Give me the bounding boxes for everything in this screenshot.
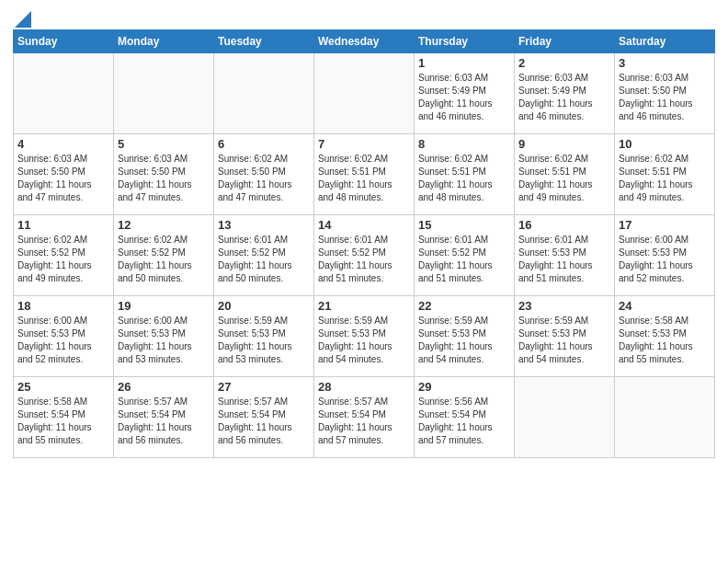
calendar-cell: 4Sunrise: 6:03 AM Sunset: 5:50 PM Daylig… [14,134,114,215]
day-info: Sunrise: 6:01 AM Sunset: 5:52 PM Dayligh… [318,234,410,285]
logo [13,13,31,26]
calendar-cell [14,53,114,134]
day-number: 11 [17,218,109,232]
calendar-cell: 5Sunrise: 6:03 AM Sunset: 5:50 PM Daylig… [114,134,214,215]
day-number: 12 [118,218,210,232]
header [13,9,715,26]
calendar-cell: 3Sunrise: 6:03 AM Sunset: 5:50 PM Daylig… [615,53,715,134]
day-info: Sunrise: 6:03 AM Sunset: 5:49 PM Dayligh… [418,72,510,123]
calendar-cell: 12Sunrise: 6:02 AM Sunset: 5:52 PM Dayli… [114,215,214,296]
calendar-header-thursday: Thursday [415,30,515,53]
calendar-cell: 13Sunrise: 6:01 AM Sunset: 5:52 PM Dayli… [214,215,314,296]
day-info: Sunrise: 6:00 AM Sunset: 5:53 PM Dayligh… [619,234,711,285]
calendar-header-saturday: Saturday [615,30,715,53]
calendar-header-sunday: Sunday [14,30,114,53]
calendar-table: SundayMondayTuesdayWednesdayThursdayFrid… [13,29,715,458]
calendar-week-1: 4Sunrise: 6:03 AM Sunset: 5:50 PM Daylig… [14,134,715,215]
day-number: 25 [17,380,109,394]
calendar-cell: 25Sunrise: 5:58 AM Sunset: 5:54 PM Dayli… [14,377,114,458]
day-number: 22 [418,299,510,313]
day-info: Sunrise: 6:03 AM Sunset: 5:50 PM Dayligh… [118,153,210,204]
day-info: Sunrise: 6:02 AM Sunset: 5:51 PM Dayligh… [418,153,510,204]
calendar-cell: 23Sunrise: 5:59 AM Sunset: 5:53 PM Dayli… [515,296,615,377]
day-number: 2 [518,56,610,70]
calendar-header-row: SundayMondayTuesdayWednesdayThursdayFrid… [14,30,715,53]
calendar-cell: 27Sunrise: 5:57 AM Sunset: 5:54 PM Dayli… [214,377,314,458]
calendar-cell: 10Sunrise: 6:02 AM Sunset: 5:51 PM Dayli… [615,134,715,215]
day-info: Sunrise: 6:01 AM Sunset: 5:52 PM Dayligh… [418,234,510,285]
calendar-cell: 18Sunrise: 6:00 AM Sunset: 5:53 PM Dayli… [14,296,114,377]
day-number: 27 [218,380,310,394]
day-number: 29 [418,380,510,394]
day-info: Sunrise: 5:59 AM Sunset: 5:53 PM Dayligh… [218,315,310,366]
day-number: 24 [619,299,711,313]
day-info: Sunrise: 5:59 AM Sunset: 5:53 PM Dayligh… [318,315,410,366]
calendar-cell: 8Sunrise: 6:02 AM Sunset: 5:51 PM Daylig… [415,134,515,215]
calendar-cell: 19Sunrise: 6:00 AM Sunset: 5:53 PM Dayli… [114,296,214,377]
svg-marker-0 [15,11,31,28]
day-number: 21 [318,299,410,313]
calendar-header-tuesday: Tuesday [214,30,314,53]
calendar-cell: 24Sunrise: 5:58 AM Sunset: 5:53 PM Dayli… [615,296,715,377]
calendar-cell [214,53,314,134]
day-info: Sunrise: 5:58 AM Sunset: 5:53 PM Dayligh… [619,315,711,366]
day-info: Sunrise: 5:59 AM Sunset: 5:53 PM Dayligh… [418,315,510,366]
logo-icon [15,11,31,28]
calendar-cell [114,53,214,134]
day-info: Sunrise: 5:57 AM Sunset: 5:54 PM Dayligh… [318,396,410,447]
calendar-cell: 2Sunrise: 6:03 AM Sunset: 5:49 PM Daylig… [515,53,615,134]
calendar-cell: 21Sunrise: 5:59 AM Sunset: 5:53 PM Dayli… [314,296,415,377]
day-number: 8 [418,137,510,151]
day-info: Sunrise: 6:02 AM Sunset: 5:52 PM Dayligh… [17,234,109,285]
calendar-cell [615,377,715,458]
day-info: Sunrise: 5:58 AM Sunset: 5:54 PM Dayligh… [17,396,109,447]
day-number: 10 [619,137,711,151]
day-number: 7 [318,137,410,151]
day-number: 18 [17,299,109,313]
calendar-cell: 29Sunrise: 5:56 AM Sunset: 5:54 PM Dayli… [415,377,515,458]
day-number: 1 [418,56,510,70]
calendar-cell: 28Sunrise: 5:57 AM Sunset: 5:54 PM Dayli… [314,377,415,458]
calendar-cell: 26Sunrise: 5:57 AM Sunset: 5:54 PM Dayli… [114,377,214,458]
calendar-cell [314,53,415,134]
day-number: 6 [218,137,310,151]
day-info: Sunrise: 6:02 AM Sunset: 5:50 PM Dayligh… [218,153,310,204]
calendar-week-3: 18Sunrise: 6:00 AM Sunset: 5:53 PM Dayli… [14,296,715,377]
day-info: Sunrise: 6:01 AM Sunset: 5:52 PM Dayligh… [218,234,310,285]
day-number: 4 [17,137,109,151]
day-number: 28 [318,380,410,394]
day-number: 3 [619,56,711,70]
day-info: Sunrise: 6:02 AM Sunset: 5:52 PM Dayligh… [118,234,210,285]
calendar-week-0: 1Sunrise: 6:03 AM Sunset: 5:49 PM Daylig… [14,53,715,134]
calendar-cell: 17Sunrise: 6:00 AM Sunset: 5:53 PM Dayli… [615,215,715,296]
page-container: SundayMondayTuesdayWednesdayThursdayFrid… [0,0,728,467]
day-number: 26 [118,380,210,394]
calendar-cell: 11Sunrise: 6:02 AM Sunset: 5:52 PM Dayli… [14,215,114,296]
day-number: 23 [518,299,610,313]
calendar-cell: 1Sunrise: 6:03 AM Sunset: 5:49 PM Daylig… [415,53,515,134]
day-number: 16 [518,218,610,232]
calendar-header-monday: Monday [114,30,214,53]
calendar-cell: 20Sunrise: 5:59 AM Sunset: 5:53 PM Dayli… [214,296,314,377]
day-number: 9 [518,137,610,151]
day-number: 14 [318,218,410,232]
calendar-header-friday: Friday [515,30,615,53]
day-number: 13 [218,218,310,232]
day-info: Sunrise: 6:03 AM Sunset: 5:50 PM Dayligh… [17,153,109,204]
calendar-cell: 15Sunrise: 6:01 AM Sunset: 5:52 PM Dayli… [415,215,515,296]
day-info: Sunrise: 6:02 AM Sunset: 5:51 PM Dayligh… [318,153,410,204]
day-info: Sunrise: 5:57 AM Sunset: 5:54 PM Dayligh… [218,396,310,447]
day-info: Sunrise: 5:59 AM Sunset: 5:53 PM Dayligh… [518,315,610,366]
day-info: Sunrise: 5:57 AM Sunset: 5:54 PM Dayligh… [118,396,210,447]
day-info: Sunrise: 6:03 AM Sunset: 5:49 PM Dayligh… [518,72,610,123]
calendar-cell: 22Sunrise: 5:59 AM Sunset: 5:53 PM Dayli… [415,296,515,377]
day-info: Sunrise: 6:02 AM Sunset: 5:51 PM Dayligh… [518,153,610,204]
day-info: Sunrise: 6:00 AM Sunset: 5:53 PM Dayligh… [17,315,109,366]
day-info: Sunrise: 6:02 AM Sunset: 5:51 PM Dayligh… [619,153,711,204]
calendar-cell: 9Sunrise: 6:02 AM Sunset: 5:51 PM Daylig… [515,134,615,215]
calendar-header-wednesday: Wednesday [314,30,415,53]
day-number: 15 [418,218,510,232]
day-info: Sunrise: 6:00 AM Sunset: 5:53 PM Dayligh… [118,315,210,366]
day-number: 5 [118,137,210,151]
calendar-cell [515,377,615,458]
